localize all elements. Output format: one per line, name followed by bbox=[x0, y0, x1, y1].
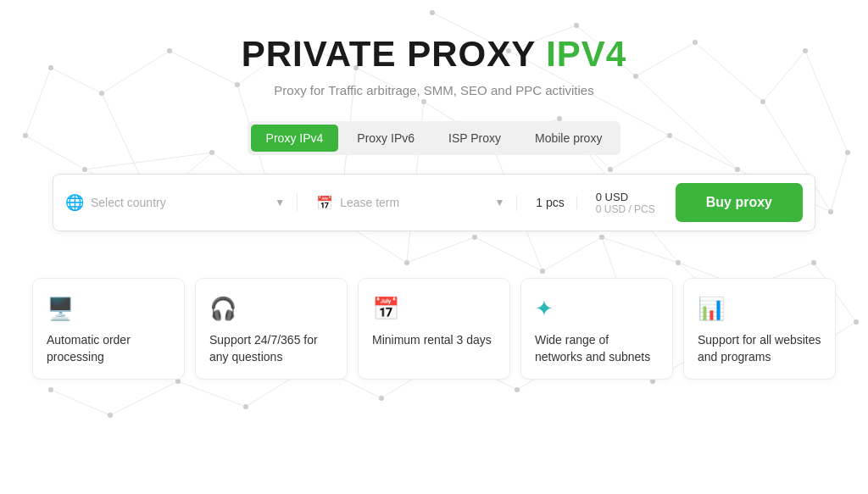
price-display: 0 USD 0 USD / PCS bbox=[584, 191, 669, 215]
websites-icon: 📊 bbox=[698, 296, 821, 322]
feature-text-2: Minimum rental 3 days bbox=[372, 332, 496, 349]
svg-line-92 bbox=[51, 390, 110, 415]
tab-ipv6[interactable]: Proxy IPv6 bbox=[342, 125, 430, 152]
network-icon: ✦ bbox=[535, 296, 659, 322]
lease-chevron-icon: ▼ bbox=[494, 197, 504, 208]
buy-proxy-button[interactable]: Buy proxy bbox=[676, 183, 803, 222]
page-title: PRIVATE PROXY IPV4 bbox=[242, 34, 626, 75]
country-label: Select country bbox=[91, 196, 268, 209]
support-icon: 🎧 bbox=[209, 296, 333, 322]
country-selector[interactable]: 🌐 Select country ▼ bbox=[65, 193, 298, 212]
calendar-icon: 📅 bbox=[316, 195, 333, 211]
feature-card-1: 🎧 Support 24/7/365 for any questions bbox=[195, 278, 348, 380]
globe-icon: 🌐 bbox=[65, 193, 84, 212]
feature-card-0: 🖥️ Automatic order processing bbox=[32, 278, 185, 380]
subtitle: Proxy for Traffic arbitrage, SMM, SEO an… bbox=[274, 83, 593, 97]
price-usd: 0 USD bbox=[596, 191, 657, 203]
feature-text-1: Support 24/7/365 for any questions bbox=[209, 332, 333, 365]
proxy-tabs: Proxy IPv4 Proxy IPv6 ISP Proxy Mobile p… bbox=[248, 121, 621, 155]
feature-text-0: Automatic order processing bbox=[47, 332, 170, 365]
order-icon: 🖥️ bbox=[47, 296, 170, 322]
features-row: 🖥️ Automatic order processing 🎧 Support … bbox=[0, 278, 868, 380]
lease-label: Lease term bbox=[340, 196, 487, 209]
feature-card-2: 📅 Minimum rental 3 days bbox=[358, 278, 510, 380]
country-chevron-icon: ▼ bbox=[275, 197, 285, 208]
tab-mobile[interactable]: Mobile proxy bbox=[520, 125, 617, 152]
lease-selector[interactable]: 📅 Lease term ▼ bbox=[304, 195, 517, 211]
feature-card-4: 📊 Support for all websites and programs bbox=[683, 278, 836, 380]
calendar-rental-icon: 📅 bbox=[372, 296, 496, 322]
svg-line-91 bbox=[110, 381, 178, 415]
title-black: PRIVATE PROXY bbox=[242, 34, 536, 74]
price-per-pcs: 0 USD / PCS bbox=[596, 203, 657, 215]
feature-text-3: Wide range of networks and subnets bbox=[535, 332, 659, 365]
controls-row: 🌐 Select country ▼ 📅 Lease term ▼ 1 pcs … bbox=[53, 174, 815, 231]
title-green: IPV4 bbox=[546, 34, 626, 74]
svg-line-90 bbox=[178, 381, 246, 407]
pcs-input-group[interactable]: 1 pcs bbox=[524, 196, 576, 209]
feature-card-3: ✦ Wide range of networks and subnets bbox=[520, 278, 673, 380]
tab-ipv4[interactable]: Proxy IPv4 bbox=[251, 125, 339, 152]
pcs-value: 1 pcs bbox=[536, 196, 564, 209]
feature-text-4: Support for all websites and programs bbox=[698, 332, 821, 365]
tab-isp[interactable]: ISP Proxy bbox=[433, 125, 516, 152]
